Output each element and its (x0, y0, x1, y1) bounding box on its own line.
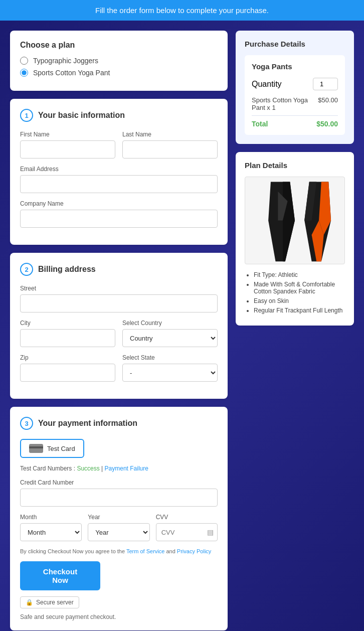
zip-input[interactable] (20, 364, 115, 382)
basic-info-title: Your basic information (38, 111, 125, 120)
lock-icon: 🔒 (26, 599, 33, 606)
plan-details-card: Plan Details (236, 152, 354, 326)
test-card-label: Test Card (47, 445, 75, 452)
plan-label-1: Typographic Joggers (33, 57, 98, 65)
basic-info-card: 1 Your basic information First Name Last… (10, 99, 228, 245)
state-label: Select State (122, 354, 218, 361)
city-group: City (20, 320, 115, 347)
cc-number-input[interactable] (20, 489, 218, 507)
first-name-label: First Name (20, 131, 115, 138)
state-select[interactable]: - (122, 364, 218, 382)
city-label: City (20, 320, 115, 327)
safe-text: Safe and secure payment checkout. (20, 613, 218, 620)
payment-step: 3 (20, 417, 33, 430)
month-group: Month Month 01020304 05060708 09101112 (20, 514, 82, 541)
basic-info-header: 1 Your basic information (20, 109, 218, 122)
plan-option-1[interactable]: Typographic Joggers (20, 57, 218, 65)
choose-plan-card: Choose a plan Typographic Joggers Sports… (10, 31, 228, 91)
street-label: Street (20, 285, 218, 292)
company-label: Company Name (20, 200, 218, 207)
test-card-button[interactable]: Test Card (20, 439, 84, 458)
cc-label: Credit Card Number (20, 479, 218, 486)
year-label: Year (88, 514, 149, 521)
failure-link[interactable]: Payment Failure (105, 465, 148, 472)
last-name-label: Last Name (122, 131, 218, 138)
top-banner: Fill the order form below to complete yo… (0, 0, 364, 21)
product-name: Yoga Pants (252, 62, 338, 71)
country-label: Select Country (122, 320, 218, 327)
quantity-row: Quantity (252, 78, 338, 90)
year-group: Year Year 2024202520262027 (88, 514, 149, 541)
email-input[interactable] (20, 175, 218, 193)
secure-badge: 🔒 Secure server (20, 596, 79, 608)
state-group: Select State - (122, 354, 218, 382)
country-select[interactable]: Country (122, 329, 218, 347)
purchase-details-card: Purchase Details Yoga Pants Quantity Spo… (236, 31, 354, 144)
zip-group: Zip (20, 354, 115, 382)
billing-address-card: 2 Billing address Street City Select Cou… (10, 253, 228, 399)
plan-radio-2[interactable] (20, 69, 28, 77)
email-label: Email Address (20, 166, 218, 173)
payment-title: Your payment information (38, 419, 137, 428)
plan-label-2: Sports Cotton Yoga Pant (33, 69, 110, 77)
year-select[interactable]: Year 2024202520262027 (88, 523, 149, 541)
company-group: Company Name (20, 200, 218, 228)
zip-label: Zip (20, 354, 115, 361)
cvv-wrapper: ▤ (156, 523, 218, 541)
success-link[interactable]: Success (77, 465, 99, 472)
payment-header: 3 Your payment information (20, 417, 218, 430)
basic-info-step: 1 (20, 109, 33, 122)
purchase-details-inner: Yoga Pants Quantity Sports Cotton Yoga P… (245, 55, 345, 135)
feature-3: Easy on Skin (254, 297, 345, 304)
total-price: $50.00 (316, 120, 338, 128)
country-group: Select Country Country (122, 320, 218, 347)
month-select[interactable]: Month 01020304 05060708 09101112 (20, 523, 82, 541)
cvv-card-icon: ▤ (207, 528, 214, 536)
feature-1: Fit Type: Athletic (254, 271, 345, 278)
last-name-group: Last Name (122, 131, 218, 159)
last-name-input[interactable] (122, 140, 218, 159)
plan-features: Fit Type: Athletic Made With Soft & Comf… (245, 271, 345, 314)
checkout-button[interactable]: Checkout Now (20, 561, 100, 590)
terms-text: By clicking Checkout Now you agree to th… (20, 548, 218, 554)
plan-details-title: Plan Details (245, 161, 345, 170)
choose-plan-title: Choose a plan (20, 41, 218, 50)
test-card-numbers: Test Card Numbers : Success | Payment Fa… (20, 465, 218, 472)
payment-info-card: 3 Your payment information Test Card Tes… (10, 407, 228, 630)
billing-step: 2 (20, 263, 33, 276)
quantity-input[interactable] (313, 78, 338, 90)
line-item-label: Sports Cotton Yoga Pant x 1 (252, 96, 318, 111)
line-item-price: $50.00 (318, 96, 338, 111)
purchase-details-title: Purchase Details (245, 40, 345, 48)
plan-image (245, 177, 345, 264)
company-input[interactable] (20, 210, 218, 228)
street-group: Street (20, 285, 218, 312)
billing-title: Billing address (38, 265, 96, 274)
month-label: Month (20, 514, 82, 521)
street-input[interactable] (20, 294, 218, 312)
billing-header: 2 Billing address (20, 263, 218, 276)
total-row: Total $50.00 (252, 120, 338, 128)
card-icon (29, 444, 43, 453)
cvv-group: CVV ▤ (156, 514, 218, 541)
terms-link[interactable]: Term of Service (126, 548, 164, 554)
email-group: Email Address (20, 166, 218, 193)
line-item: Sports Cotton Yoga Pant x 1 $50.00 (252, 96, 338, 116)
privacy-link[interactable]: Privacy Policy (177, 548, 211, 554)
plan-radio-1[interactable] (20, 57, 28, 65)
first-name-input[interactable] (20, 140, 115, 159)
city-input[interactable] (20, 329, 115, 347)
plan-option-2[interactable]: Sports Cotton Yoga Pant (20, 69, 218, 77)
feature-4: Regular Fit Trackpant Full Length (254, 307, 345, 314)
cvv-label: CVV (156, 514, 218, 521)
feature-2: Made With Soft & Comfortable Cotton Span… (254, 281, 345, 295)
quantity-label: Quantity (252, 80, 282, 89)
first-name-group: First Name (20, 131, 115, 159)
cc-number-group: Credit Card Number (20, 479, 218, 507)
total-label: Total (252, 120, 268, 128)
